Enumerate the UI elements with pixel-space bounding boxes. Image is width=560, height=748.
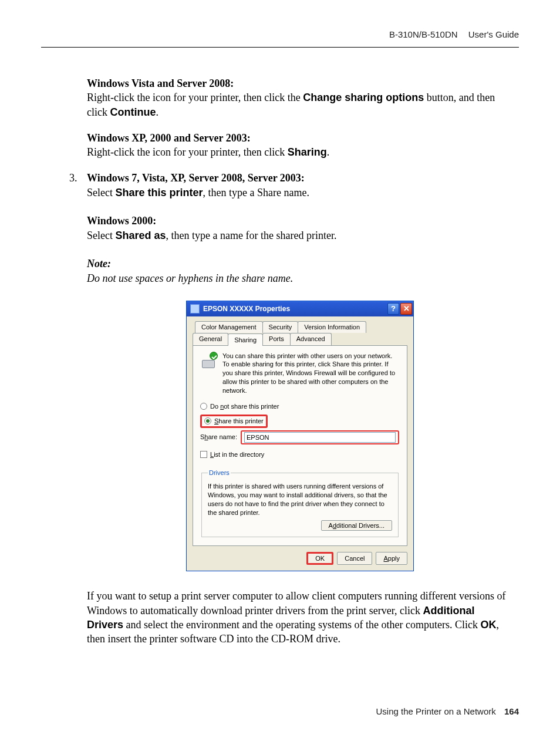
cancel-button[interactable]: Cancel — [337, 552, 372, 565]
text: and select the environment and the opera… — [123, 619, 480, 631]
share-status-icon — [200, 352, 218, 369]
radio-do-not-share[interactable]: Do not share this printer — [200, 402, 279, 411]
after-paragraph: If you want to setup a print server comp… — [87, 589, 513, 646]
tab-ports[interactable]: Ports — [262, 333, 291, 345]
tab-sharing[interactable]: Sharing — [228, 333, 263, 346]
share-name-label: Share name: — [200, 433, 237, 442]
close-button[interactable]: ✕ — [400, 303, 412, 315]
footer-section: Using the Printer on a Network — [376, 706, 496, 716]
radio-share-this-printer[interactable]: Share this printer — [204, 417, 264, 426]
text: Right-click the icon for your printer, t… — [87, 92, 303, 103]
text: . — [156, 106, 158, 118]
xp-properties-dialog: EPSON XXXXX Properties ? ✕ Color Managem… — [186, 301, 414, 572]
tab-strip: Color Management Security Version Inform… — [193, 321, 407, 547]
printer-icon — [190, 304, 200, 314]
section-vista: Windows Vista and Server 2008: Right-cli… — [87, 76, 513, 119]
main-content: Windows Vista and Server 2008: Right-cli… — [87, 76, 513, 646]
ui-term-shared-as: Shared as — [115, 230, 166, 241]
header-product: B-310N/B-510DN — [389, 29, 458, 39]
intro-text: You can share this printer with other us… — [222, 352, 400, 395]
header-rule — [41, 47, 519, 48]
list-number: 3. — [69, 171, 77, 185]
dialog-title: EPSON XXXXX Properties — [203, 304, 386, 314]
text: , then type a Share name. — [203, 187, 309, 198]
heading-xp2000: Windows XP, 2000 and Server 2003: — [87, 131, 513, 145]
tab-color-management[interactable]: Color Management — [195, 321, 263, 333]
header-title: User's Guide — [468, 29, 519, 39]
drivers-group: Drivers If this printer is shared with u… — [201, 469, 399, 537]
tab-advanced[interactable]: Advanced — [290, 333, 332, 345]
apply-button[interactable]: Apply — [376, 552, 407, 565]
drivers-text: If this printer is shared with users run… — [208, 482, 392, 517]
list-item-3: 3. Windows 7, Vista, XP, Server 2008, Se… — [87, 171, 513, 285]
dialog-button-row: OK Cancel Apply — [193, 552, 407, 565]
heading-vista: Windows Vista and Server 2008: — [87, 76, 513, 90]
tab-security[interactable]: Security — [262, 321, 299, 333]
dialog-titlebar[interactable]: EPSON XXXXX Properties ? ✕ — [187, 301, 413, 316]
text: , then type a name for the shared printe… — [166, 230, 337, 241]
ui-term-sharing: Sharing — [288, 146, 327, 158]
additional-drivers-button[interactable]: Additional Drivers... — [321, 520, 392, 531]
highlight-share-name — [241, 430, 399, 444]
note-label: Note: — [87, 257, 513, 271]
note-text: Do not use spaces or hyphens in the shar… — [87, 271, 513, 285]
sharing-panel: You can share this printer with other us… — [193, 345, 407, 547]
section-xp2000: Windows XP, 2000 and Server 2003: Right-… — [87, 131, 513, 160]
text: Select — [87, 230, 115, 241]
ui-term-ok: OK — [480, 619, 496, 631]
heading-win2000: Windows 2000: — [87, 214, 513, 228]
page-number: 164 — [504, 706, 519, 716]
tab-general[interactable]: General — [193, 333, 228, 345]
checkbox-list-directory[interactable]: List in the directory — [200, 450, 264, 459]
text: . — [327, 146, 330, 158]
drivers-legend: Drivers — [208, 469, 231, 477]
ok-button[interactable]: OK — [306, 552, 333, 565]
ui-term-change-sharing: Change sharing options — [303, 92, 424, 103]
text: Select — [87, 187, 115, 198]
share-name-input[interactable] — [244, 432, 396, 443]
text: Right-click the icon for your printer, t… — [87, 146, 288, 158]
heading-win7: Windows 7, Vista, XP, Server 2008, Serve… — [87, 171, 513, 185]
ui-term-share-this-printer: Share this printer — [115, 187, 203, 198]
page-footer: Using the Printer on a Network 164 — [376, 706, 519, 716]
tab-version-info[interactable]: Version Information — [298, 321, 366, 333]
ui-term-continue: Continue — [110, 106, 156, 118]
page-header: B-310N/B-510DN User's Guide — [389, 29, 519, 39]
help-button[interactable]: ? — [387, 303, 399, 315]
